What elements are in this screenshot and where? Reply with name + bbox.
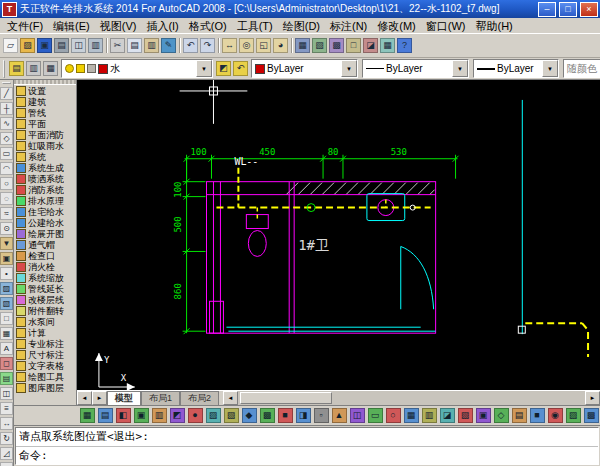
sidebar-item-expanded-drawing[interactable]: 绘展开图	[14, 228, 76, 239]
color-combo[interactable]: ByLayer ▼	[251, 59, 358, 78]
tab-scroll-left-icon[interactable]: ◄	[77, 391, 92, 405]
menu-help[interactable]: 帮助(H)	[471, 19, 518, 33]
designcenter-icon[interactable]: ▧	[311, 36, 328, 55]
tianzheng-tool-icon[interactable]: ▣	[132, 407, 150, 424]
scrollbar-thumb[interactable]	[240, 392, 332, 404]
mtext-icon[interactable]: A	[0, 342, 13, 355]
tianzheng-tool-icon[interactable]: ▦	[78, 407, 96, 424]
tab-model[interactable]: 模型	[107, 391, 141, 405]
scale-icon[interactable]: ◿	[0, 447, 13, 460]
close-button[interactable]: ×	[580, 2, 598, 17]
qnew-icon[interactable]: ▱	[2, 36, 19, 55]
layer-filter-icon[interactable]: ▦	[42, 59, 59, 78]
layer-combo[interactable]: 水 ▼	[61, 59, 213, 78]
construction-line-icon[interactable]: ┼	[0, 102, 13, 115]
zoom-previous-icon[interactable]: ◕	[272, 36, 289, 55]
menu-draw[interactable]: 绘图(D)	[278, 19, 325, 33]
tianzheng-tool-icon[interactable]: ■	[528, 407, 546, 424]
tianzheng-tool-icon[interactable]: ◇	[492, 407, 510, 424]
drawing-canvas[interactable]: 100 450 80 530 100 500 860	[77, 80, 600, 390]
menu-window[interactable]: 窗口(W)	[421, 19, 471, 33]
zoom-window-icon[interactable]: ◱	[255, 36, 272, 55]
tianzheng-tool-icon[interactable]: ▭	[366, 407, 384, 424]
chevron-down-icon[interactable]: ▼	[196, 60, 212, 77]
insert-block-icon[interactable]: ▼	[0, 237, 13, 250]
sidebar-item-settings[interactable]: 设置	[14, 85, 76, 96]
sidebar-item-siphon-rainwater[interactable]: 虹吸雨水	[14, 140, 76, 151]
menu-dimension[interactable]: 标注(N)	[325, 19, 372, 33]
ellipse-icon[interactable]: ⊙	[0, 222, 13, 235]
tianzheng-tool-icon[interactable]: ◉	[546, 407, 564, 424]
tab-scroll-right-icon[interactable]: ►	[92, 391, 107, 405]
scroll-left-icon[interactable]: ◄	[223, 391, 238, 405]
sidebar-item-dimensioning[interactable]: 尺寸标注	[14, 349, 76, 360]
chevron-down-icon[interactable]: ▼	[542, 60, 558, 77]
chevron-down-icon[interactable]: ▼	[452, 60, 468, 77]
command-prompt-input[interactable]: 命令:	[16, 447, 598, 464]
zoom-realtime-icon[interactable]: ◎	[238, 36, 255, 55]
sidebar-item-professional-annotation[interactable]: 专业标注	[14, 338, 76, 349]
paste-icon[interactable]: ▥	[143, 36, 160, 55]
cut-icon[interactable]: ✂	[109, 36, 126, 55]
sidebar-item-calculation[interactable]: 计算	[14, 327, 76, 338]
table-icon[interactable]: ▦	[0, 327, 13, 340]
tianzheng-tool-icon[interactable]: ▧	[222, 407, 240, 424]
sidebar-item-sprinkler-system[interactable]: 喷洒系统	[14, 173, 76, 184]
copy-icon[interactable]: ▤	[126, 36, 143, 55]
layer-states-icon[interactable]: ▥	[25, 59, 42, 78]
lineweight-combo[interactable]: ByLayer ▼	[473, 59, 559, 78]
tab-layout2[interactable]: 布局2	[180, 391, 219, 405]
sidebar-item-system-scale[interactable]: 系统缩放	[14, 272, 76, 283]
plot-icon[interactable]: ▤	[53, 36, 70, 55]
tianzheng-tool-icon[interactable]: ◪	[438, 407, 456, 424]
save-icon[interactable]: ▣	[36, 36, 53, 55]
make-block-icon[interactable]: ▣	[0, 252, 13, 265]
markup-set-manager-icon[interactable]: ◪	[362, 36, 379, 55]
sheet-set-manager-icon[interactable]: □	[345, 36, 362, 55]
chevron-down-icon[interactable]: ▼	[341, 60, 357, 77]
gradient-icon[interactable]: ▧	[0, 297, 13, 310]
menu-file[interactable]: 文件(F)	[2, 19, 48, 33]
layer-properties-manager-icon[interactable]: ▤	[8, 59, 25, 78]
sidebar-item-plan[interactable]: 平面	[14, 118, 76, 129]
tianzheng-tool-icon[interactable]: ◫	[348, 407, 366, 424]
tianzheng-tool-icon[interactable]: ▣	[474, 407, 492, 424]
publish-icon[interactable]: ▥	[87, 36, 104, 55]
tianzheng-tool-icon[interactable]: ▨	[204, 407, 222, 424]
minimize-button[interactable]: –	[538, 2, 556, 17]
region-icon[interactable]: □	[0, 312, 13, 325]
scrollbar-track[interactable]	[238, 391, 585, 405]
tianzheng-tool-icon[interactable]: ▤	[510, 407, 528, 424]
sidebar-item-system-generate[interactable]: 系统生成	[14, 162, 76, 173]
menu-format[interactable]: 格式(O)	[184, 19, 232, 33]
tianzheng-tool-icon[interactable]: ○	[384, 407, 402, 424]
sidebar-item-change-floor-line[interactable]: 改楼层线	[14, 294, 76, 305]
sidebar-item-pipelines[interactable]: 管线	[14, 107, 76, 118]
spline-icon[interactable]: ≈	[0, 207, 13, 220]
sidebar-item-architecture[interactable]: 建筑	[14, 96, 76, 107]
tianzheng-tool-icon[interactable]: ▦	[402, 407, 420, 424]
tianzheng-tool-icon[interactable]: ▨	[564, 407, 582, 424]
pan-icon[interactable]: ↔	[221, 36, 238, 55]
tianzheng-tool-icon[interactable]: ▤	[96, 407, 114, 424]
sidebar-item-public-supply[interactable]: 公建给水	[14, 217, 76, 228]
sidebar-item-pipe-extend[interactable]: 管线延长	[14, 283, 76, 294]
tianzheng-tool-icon[interactable]: ◧	[114, 407, 132, 424]
tianzheng-tool-icon[interactable]: ▥	[150, 407, 168, 424]
drawing-area[interactable]: 100 450 80 530 100 500 860	[77, 80, 600, 390]
menu-edit[interactable]: 编辑(E)	[48, 19, 95, 33]
sidebar-item-vent-cap[interactable]: 通气帽	[14, 239, 76, 250]
match-properties-icon[interactable]: ✎	[160, 36, 177, 55]
tianzheng-tool-icon[interactable]: ●	[186, 407, 204, 424]
sidebar-item-plan-fire[interactable]: 平面消防	[14, 129, 76, 140]
maximize-button[interactable]: □	[559, 2, 577, 17]
sidebar-item-text-tables[interactable]: 文字表格	[14, 360, 76, 371]
rotate-icon[interactable]: ↻	[0, 432, 13, 445]
line-icon[interactable]: ╱	[0, 87, 13, 100]
menu-view[interactable]: 视图(V)	[95, 19, 142, 33]
circle-icon[interactable]: ○	[0, 177, 13, 190]
menu-modify[interactable]: 修改(M)	[372, 19, 421, 33]
sidebar-item-pump-room[interactable]: 水泵间	[14, 316, 76, 327]
horizontal-scrollbar[interactable]: ◄ ►	[223, 391, 600, 405]
sidebar-item-fire-system[interactable]: 消防系统	[14, 184, 76, 195]
